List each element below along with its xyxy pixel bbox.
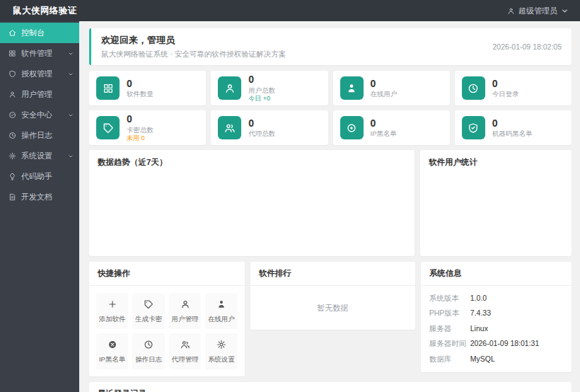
info-row-server: 服务器 Linux xyxy=(429,321,563,336)
chevron-down-icon xyxy=(68,71,74,77)
info-label: 服务器 xyxy=(429,324,470,333)
system-info-panel: 系统信息 系统版本 1.0.0 PHP版本 7.4.33 服务器 Linux xyxy=(421,262,572,372)
stat-value: 0 xyxy=(371,78,398,91)
sidebar-item-users[interactable]: 用户管理 xyxy=(0,84,79,105)
quick-action-label: 代理管理 xyxy=(169,355,201,364)
sidebar-item-label: 开发文档 xyxy=(21,192,74,202)
top-header: 鼠大侠网络验证 超级管理员 xyxy=(0,0,580,21)
chevron-down-icon xyxy=(68,51,74,57)
info-label: PHP版本 xyxy=(429,309,470,318)
app-window: 鼠大侠网络验证 超级管理员 控制台 软件管理 授权管理 xyxy=(0,0,580,392)
sidebar-item-dev-docs[interactable]: 开发文档 xyxy=(0,187,79,207)
quick-action-label: 添加软件 xyxy=(96,315,128,324)
chevron-down-icon xyxy=(561,7,569,15)
stat-label: 卡密总数 xyxy=(127,126,153,134)
shield-check-icon xyxy=(462,116,485,139)
shield-icon xyxy=(8,70,16,78)
sidebar-item-settings[interactable]: 系统设置 xyxy=(0,146,79,166)
quick-action-label: 在线用户 xyxy=(205,315,237,324)
sidebar-item-software[interactable]: 软件管理 xyxy=(0,43,79,64)
sidebar-item-logs[interactable]: 操作日志 xyxy=(0,125,79,146)
sidebar-item-label: 操作日志 xyxy=(21,130,74,141)
stat-value: 0 xyxy=(492,78,519,91)
user-menu[interactable]: 超级管理员 xyxy=(507,6,569,16)
sidebar-item-code-assistant[interactable]: 代码助手 xyxy=(0,166,79,187)
panel-title: 软件排行 xyxy=(250,262,415,286)
quick-action-add-software[interactable]: 添加软件 xyxy=(96,293,128,329)
stat-value: 0 xyxy=(127,113,153,126)
sidebar-item-authorization[interactable]: 授权管理 xyxy=(0,64,79,84)
charts-row: 数据趋势（近7天） 软件用户统计 xyxy=(89,150,572,256)
sidebar-item-label: 授权管理 xyxy=(21,69,63,79)
sidebar: 控制台 软件管理 授权管理 用户管理 安全中心 xyxy=(0,21,79,392)
sidebar-item-security[interactable]: 安全中心 xyxy=(0,105,79,125)
stat-value: 0 xyxy=(248,74,275,86)
quick-action-agent-management[interactable]: 代理管理 xyxy=(169,333,201,369)
stat-value: 0 xyxy=(127,78,153,91)
user-name: 超级管理员 xyxy=(518,6,557,16)
recent-logins-panel: 最近登录记录 xyxy=(89,382,572,392)
stat-label: 在线用户 xyxy=(371,90,398,98)
stat-card-machine-blacklist: 0 机器码黑名单 xyxy=(455,110,572,145)
stat-label: 用户总数 xyxy=(248,86,275,95)
sidebar-item-label: 安全中心 xyxy=(21,110,63,120)
dot-circle-icon xyxy=(340,116,364,139)
user-icon xyxy=(8,91,16,98)
quick-action-label: 操作日志 xyxy=(132,355,164,364)
stats-row-1: 0 软件数量 0 用户总数 今日 +0 0 在线用户 xyxy=(89,71,572,105)
welcome-banner: 欢迎回来，管理员 鼠大侠网络验证系统 · 安全可靠的软件授权验证解决方案 202… xyxy=(89,28,572,65)
stat-value: 0 xyxy=(371,117,397,130)
bulb-icon xyxy=(8,173,16,180)
sidebar-item-label: 系统设置 xyxy=(21,151,63,161)
quick-action-operation-log[interactable]: 操作日志 xyxy=(132,333,164,369)
info-label: 数据库 xyxy=(429,354,470,364)
clock-icon xyxy=(8,132,16,139)
panel-title: 数据趋势（近7天） xyxy=(98,157,406,168)
stat-card-total-users: 0 用户总数 今日 +0 xyxy=(211,71,327,105)
info-value: 1.0.0 xyxy=(470,294,487,303)
tag-icon xyxy=(96,116,120,139)
quick-action-label: 系统设置 xyxy=(205,355,237,364)
gear-icon xyxy=(8,152,16,160)
panel-title: 软件用户统计 xyxy=(429,157,563,168)
stat-label: 机器码黑名单 xyxy=(492,129,533,138)
check-circle-icon xyxy=(8,111,16,119)
chevron-down-icon xyxy=(68,113,74,118)
info-row-system-version: 系统版本 1.0.0 xyxy=(429,290,563,306)
gear-icon xyxy=(216,340,226,350)
quick-action-label: IP黑名单 xyxy=(96,355,128,364)
stat-label: 代理总数 xyxy=(248,129,275,138)
user-icon xyxy=(507,7,515,15)
empty-state-text: 暂无数据 xyxy=(250,286,415,330)
info-value: 2026-01-09 18:01:31 xyxy=(470,339,540,348)
user-icon xyxy=(180,299,190,309)
info-value: Linux xyxy=(470,324,488,333)
current-timestamp: 2026-01-09 18:02:05 xyxy=(493,42,562,51)
plus-icon xyxy=(108,299,117,309)
quick-action-generate-keys[interactable]: 生成卡密 xyxy=(132,293,164,329)
panel-title: 系统信息 xyxy=(421,262,572,286)
info-label: 服务器时间 xyxy=(429,339,470,348)
info-value: 7.4.33 xyxy=(470,309,491,318)
info-row-database: 数据库 MySQL xyxy=(429,351,563,367)
user-icon xyxy=(218,76,241,100)
quick-action-user-management[interactable]: 用户管理 xyxy=(169,293,201,329)
software-ranking-panel: 软件排行 暂无数据 xyxy=(250,262,415,330)
welcome-subtitle: 鼠大侠网络验证系统 · 安全可靠的软件授权验证解决方案 xyxy=(101,50,286,59)
stat-card-ip-blacklist: 0 IP黑名单 xyxy=(333,110,450,145)
quick-action-online-users[interactable]: 在线用户 xyxy=(205,293,237,329)
sidebar-item-dashboard[interactable]: 控制台 xyxy=(0,23,79,43)
users-icon xyxy=(180,340,190,350)
stat-label: IP黑名单 xyxy=(371,129,397,138)
trend-chart-panel: 数据趋势（近7天） xyxy=(89,150,414,256)
users-icon xyxy=(218,116,241,139)
stat-sublabel: 今日 +0 xyxy=(248,95,275,103)
quick-action-system-settings[interactable]: 系统设置 xyxy=(205,333,237,369)
stat-card-card-keys: 0 卡密总数 未用 0 xyxy=(89,110,206,145)
stat-card-today-logins: 0 今日登录 xyxy=(455,71,572,105)
quick-action-ip-blacklist[interactable]: IP黑名单 xyxy=(96,333,128,369)
sidebar-item-label: 控制台 xyxy=(21,28,74,38)
welcome-title: 欢迎回来，管理员 xyxy=(101,34,286,47)
quick-action-label: 生成卡密 xyxy=(132,315,164,324)
stat-card-software-count: 0 软件数量 xyxy=(89,71,206,105)
